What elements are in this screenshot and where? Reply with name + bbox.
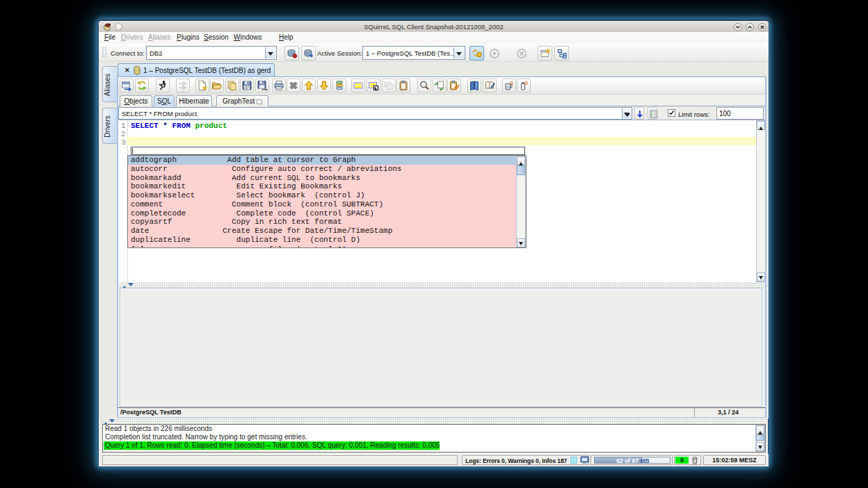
svg-text:0: 0 (525, 81, 528, 86)
svg-text:0: 0 (511, 81, 513, 86)
